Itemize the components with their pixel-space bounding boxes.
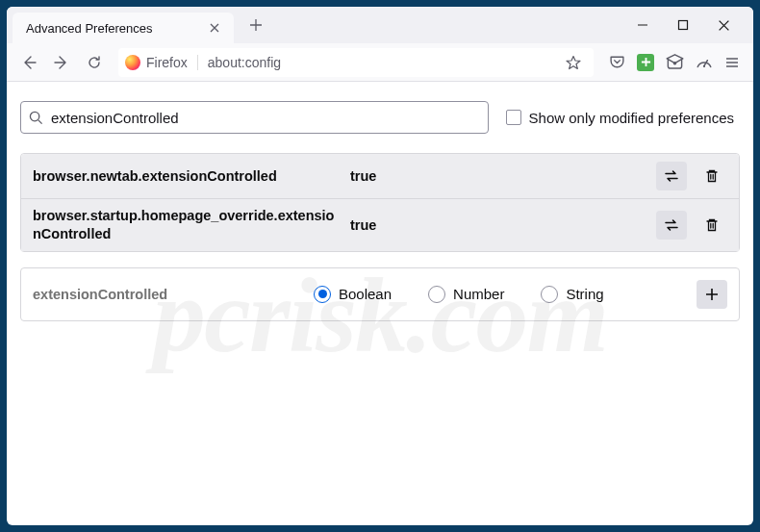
radio-icon bbox=[541, 286, 558, 303]
radio-boolean[interactable]: Boolean bbox=[314, 286, 392, 303]
toggle-button[interactable] bbox=[656, 211, 687, 240]
svg-point-1 bbox=[673, 62, 677, 65]
radio-string[interactable]: String bbox=[541, 286, 603, 303]
nav-toolbar: Firefox bbox=[7, 43, 753, 82]
menu-icon[interactable] bbox=[724, 55, 740, 70]
radio-label: String bbox=[566, 286, 603, 302]
identity-label: Firefox bbox=[146, 55, 188, 70]
pref-value: true bbox=[350, 217, 646, 233]
svg-point-2 bbox=[703, 64, 705, 66]
url-bar[interactable]: Firefox bbox=[118, 48, 594, 77]
reload-button[interactable] bbox=[80, 48, 109, 77]
new-tab-button[interactable] bbox=[240, 11, 272, 39]
checkbox-icon bbox=[506, 110, 521, 125]
pref-name: browser.newtab.extensionControlled bbox=[33, 167, 341, 186]
toggle-icon bbox=[663, 216, 680, 234]
toggle-button[interactable] bbox=[656, 162, 687, 190]
toolbar-actions bbox=[603, 53, 746, 71]
page-content: Show only modified preferences browser.n… bbox=[7, 82, 753, 525]
forward-button[interactable] bbox=[47, 48, 76, 77]
toggle-icon bbox=[663, 167, 680, 185]
firefox-logo-icon bbox=[125, 55, 140, 70]
add-pref-name: extensionControlled bbox=[33, 287, 304, 302]
close-window-button[interactable] bbox=[714, 15, 734, 36]
mail-icon[interactable] bbox=[666, 53, 684, 71]
preferences-list: browser.newtab.extensionControlled true … bbox=[20, 153, 740, 252]
checkbox-text: Show only modified preferences bbox=[529, 110, 734, 126]
search-row: Show only modified preferences bbox=[14, 101, 746, 134]
search-input[interactable] bbox=[51, 110, 480, 126]
minimize-button[interactable] bbox=[633, 15, 652, 35]
delete-button[interactable] bbox=[697, 211, 727, 240]
identity-box[interactable]: Firefox bbox=[125, 55, 198, 70]
tab-bar: Advanced Preferences bbox=[7, 7, 753, 43]
add-preference-row: extensionControlled Boolean Number Strin… bbox=[20, 267, 740, 321]
trash-icon bbox=[704, 168, 720, 184]
modified-only-checkbox[interactable]: Show only modified preferences bbox=[506, 110, 740, 126]
delete-button[interactable] bbox=[697, 162, 727, 190]
svg-point-3 bbox=[30, 112, 38, 120]
preference-row[interactable]: browser.startup.homepage_override.extens… bbox=[21, 198, 739, 251]
browser-tab[interactable]: Advanced Preferences bbox=[13, 13, 234, 43]
pocket-icon[interactable] bbox=[609, 54, 625, 70]
trash-icon bbox=[704, 217, 720, 233]
search-icon bbox=[29, 111, 43, 125]
radio-number[interactable]: Number bbox=[428, 286, 504, 303]
pref-name: browser.startup.homepage_override.extens… bbox=[33, 207, 341, 243]
close-tab-icon[interactable] bbox=[205, 18, 224, 38]
bookmark-star-icon[interactable] bbox=[560, 55, 587, 70]
back-button[interactable] bbox=[14, 48, 43, 77]
type-radio-group: Boolean Number String bbox=[314, 286, 687, 303]
radio-label: Boolean bbox=[339, 286, 392, 302]
svg-rect-0 bbox=[679, 21, 688, 30]
add-button[interactable] bbox=[697, 280, 727, 309]
pref-value: true bbox=[350, 168, 646, 184]
speed-icon[interactable] bbox=[696, 54, 713, 71]
radio-label: Number bbox=[453, 286, 504, 302]
tab-title: Advanced Preferences bbox=[26, 21, 205, 36]
search-box[interactable] bbox=[20, 101, 489, 134]
extension-icon[interactable] bbox=[637, 54, 654, 71]
maximize-button[interactable] bbox=[673, 15, 693, 35]
radio-icon bbox=[428, 286, 445, 303]
window-controls bbox=[633, 15, 753, 36]
browser-window: Advanced Preferences bbox=[7, 7, 753, 525]
radio-icon bbox=[314, 286, 331, 303]
preference-row[interactable]: browser.newtab.extensionControlled true bbox=[21, 154, 739, 198]
plus-icon bbox=[704, 287, 720, 302]
url-input[interactable] bbox=[208, 55, 560, 70]
